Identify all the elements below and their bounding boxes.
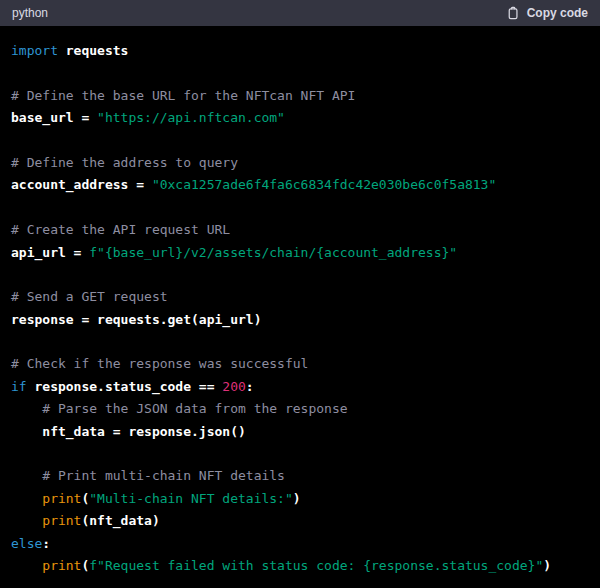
code-token-str: "https://api.nftcan.com" xyxy=(97,110,285,125)
code-line: # Create the API request URL xyxy=(11,219,589,241)
code-token-str: f"Request failed with status code: {resp… xyxy=(89,558,543,573)
code-token-plain: (nft_data) xyxy=(81,513,159,528)
code-token-plain: api_url = xyxy=(11,245,89,260)
code-token-plain xyxy=(11,558,42,573)
code-token-com: # Check if the response was successful xyxy=(11,356,308,371)
code-line xyxy=(11,62,589,84)
code-token-com: # Create the API request URL xyxy=(11,222,230,237)
code-token-plain: base_url = xyxy=(11,110,97,125)
code-line: import requests xyxy=(11,40,589,62)
code-block: python Copy code import requests # Defin… xyxy=(0,0,600,588)
code-token-com: # Define the address to query xyxy=(11,155,238,170)
code-token-plain xyxy=(11,513,42,528)
code-token-fn: print xyxy=(42,491,81,506)
code-line xyxy=(11,331,589,353)
code-line: print(nft_data) xyxy=(11,510,589,532)
code-line: if response.status_code == 200: xyxy=(11,376,589,398)
code-line: print("Multi-chain NFT details:") xyxy=(11,488,589,510)
code-line: # Parse the JSON data from the response xyxy=(11,398,589,420)
language-label: python xyxy=(12,6,48,20)
code-line: # Send a GET request xyxy=(11,286,589,308)
code-line xyxy=(11,130,589,152)
code-token-plain: ) xyxy=(543,558,551,573)
code-token-com: # Print multi-chain NFT details xyxy=(42,468,285,483)
code-token-plain xyxy=(11,468,42,483)
copy-code-label: Copy code xyxy=(527,6,588,20)
code-line: print(f"Request failed with status code:… xyxy=(11,555,589,577)
code-token-plain: account_address = xyxy=(11,177,152,192)
code-token-str: "Multi-chain NFT details:" xyxy=(89,491,293,506)
code-line: # Define the address to query xyxy=(11,152,589,174)
code-token-fn: print xyxy=(42,558,81,573)
code-token-str: "0xca1257ade6f4fa6c6834fdc42e030be6c0f5a… xyxy=(152,177,496,192)
code-line: base_url = "https://api.nftcan.com" xyxy=(11,107,589,129)
code-token-num: 200 xyxy=(222,379,245,394)
code-token-plain: ) xyxy=(293,491,301,506)
code-token-plain: response.status_code == xyxy=(27,379,223,394)
copy-code-button[interactable]: Copy code xyxy=(506,6,588,20)
code-token-kw: if xyxy=(11,379,27,394)
code-token-fn: print xyxy=(42,513,81,528)
code-line xyxy=(11,264,589,286)
code-token-plain: : xyxy=(42,536,50,551)
clipboard-icon xyxy=(506,6,520,20)
code-line: nft_data = response.json() xyxy=(11,421,589,443)
code-line: response = requests.get(api_url) xyxy=(11,309,589,331)
code-line: api_url = f"{base_url}/v2/assets/chain/{… xyxy=(11,242,589,264)
code-line: account_address = "0xca1257ade6f4fa6c683… xyxy=(11,174,589,196)
code-content: import requests # Define the base URL fo… xyxy=(0,26,600,588)
code-token-plain: : xyxy=(246,379,254,394)
code-line: else: xyxy=(11,533,589,555)
code-token-com: # Send a GET request xyxy=(11,289,168,304)
code-line: # Print multi-chain NFT details xyxy=(11,465,589,487)
code-line xyxy=(11,197,589,219)
code-line: # Check if the response was successful xyxy=(11,353,589,375)
code-token-plain: nft_data = response.json() xyxy=(11,424,246,439)
code-token-plain xyxy=(11,401,42,416)
code-line xyxy=(11,443,589,465)
code-token-com: # Parse the JSON data from the response xyxy=(42,401,347,416)
code-block-header: python Copy code xyxy=(0,0,600,26)
code-token-plain: requests xyxy=(58,43,128,58)
code-token-kw: else xyxy=(11,536,42,551)
code-token-plain: response = requests.get(api_url) xyxy=(11,312,261,327)
code-token-com: # Define the base URL for the NFTcan NFT… xyxy=(11,88,355,103)
code-token-kw: import xyxy=(11,43,58,58)
code-token-plain xyxy=(11,491,42,506)
code-line: # Define the base URL for the NFTcan NFT… xyxy=(11,85,589,107)
code-token-str: f"{base_url}/v2/assets/chain/{account_ad… xyxy=(89,245,457,260)
